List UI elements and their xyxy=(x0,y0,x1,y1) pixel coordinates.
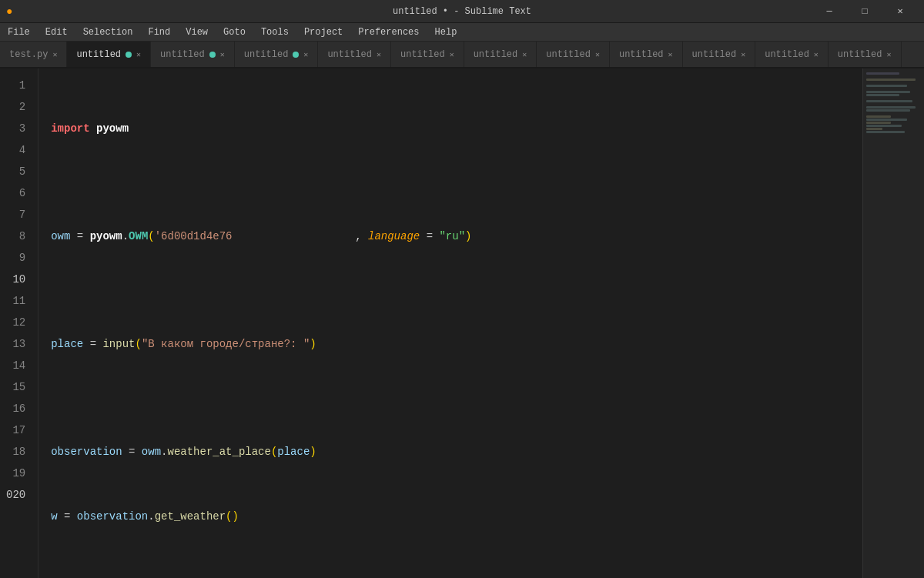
minimap-line xyxy=(866,131,905,133)
line-num-3: 3 xyxy=(6,118,25,139)
line-num-15: 15 xyxy=(6,376,25,398)
minimap-content xyxy=(863,68,924,137)
minimap xyxy=(862,68,924,578)
tab-close-icon[interactable]: ✕ xyxy=(136,50,141,59)
line-num-5: 5 xyxy=(6,161,25,182)
minimap-line xyxy=(866,119,907,121)
minimap-line xyxy=(866,122,891,124)
tab-close-icon[interactable]: ✕ xyxy=(741,50,745,59)
tab-untitled-4[interactable]: untitled ✕ xyxy=(318,42,391,68)
menubar: FileEditSelectionFindViewGotoToolsProjec… xyxy=(0,23,924,42)
line-num-19: 19 xyxy=(6,463,25,484)
line-num-10: 10 xyxy=(6,269,25,290)
minimap-line xyxy=(866,125,902,127)
tab-close-icon[interactable]: ✕ xyxy=(668,50,673,59)
tab-untitled-3[interactable]: untitled ✕ xyxy=(235,42,319,68)
line-num-20: 020 xyxy=(6,484,25,506)
minimap-line xyxy=(866,79,916,81)
line-num-6: 6 xyxy=(6,182,25,204)
line-num-4: 4 xyxy=(6,139,25,161)
tab-untitled-5[interactable]: untitled ✕ xyxy=(391,42,464,68)
line-num-14: 14 xyxy=(6,355,25,376)
code-line-1: import pyowm xyxy=(51,118,862,139)
code-line-5: place = input("В каком городе/стране?: "… xyxy=(51,333,862,355)
titlebar: ● untitled • - Sublime Text — □ ✕ xyxy=(0,0,924,23)
tab-untitled-1[interactable]: untitled ✕ xyxy=(67,42,151,68)
line-num-17: 17 xyxy=(6,419,25,441)
tab-close-icon[interactable]: ✕ xyxy=(886,50,891,59)
line-num-2: 2 xyxy=(6,96,25,118)
code-line-3: owm = pyowm.OWM('6d00d1d4e76 , language … xyxy=(51,226,862,247)
titlebar-title: untitled • - Sublime Text xyxy=(393,6,531,17)
minimap-line xyxy=(866,106,916,109)
minimap-line xyxy=(866,94,899,96)
minimap-line xyxy=(866,115,891,118)
line-num-8: 8 xyxy=(6,226,25,247)
tab-close-icon[interactable]: ✕ xyxy=(52,50,57,59)
line-num-18: 18 xyxy=(6,441,25,463)
tab-close-icon[interactable]: ✕ xyxy=(595,50,600,59)
line-num-11: 11 xyxy=(6,290,25,312)
close-button[interactable]: ✕ xyxy=(882,0,918,23)
menu-item-view[interactable]: View xyxy=(178,23,216,41)
menu-item-help[interactable]: Help xyxy=(427,23,465,41)
minimap-line xyxy=(866,109,910,112)
tab-untitled-8[interactable]: untitled ✕ xyxy=(610,42,683,68)
tab-untitled-9[interactable]: untitled ✕ xyxy=(683,42,756,68)
minimize-button[interactable]: — xyxy=(812,0,847,23)
tab-close-icon[interactable]: ✕ xyxy=(303,50,308,59)
minimap-line xyxy=(866,91,910,93)
menu-item-edit[interactable]: Edit xyxy=(38,23,75,41)
line-num-12: 12 xyxy=(6,312,25,333)
editor: 1 2 3 4 5 6 7 8 9 10 11 12 13 14 15 16 1… xyxy=(0,68,924,578)
titlebar-controls: — □ ✕ xyxy=(812,0,918,23)
code-line-8: w = observation.get_weather() xyxy=(51,506,862,527)
code-line-7: observation = owm.weather_at_place(place… xyxy=(51,441,862,463)
menu-item-preferences[interactable]: Preferences xyxy=(350,23,427,41)
minimap-line xyxy=(866,100,912,102)
tabbar: test.py ✕ untitled ✕ untitled ✕ untitled… xyxy=(0,42,924,68)
minimap-line xyxy=(866,85,907,87)
line-num-7: 7 xyxy=(6,204,25,226)
code-area[interactable]: import pyowm owm = pyowm.OWM('6d00d1d4e7… xyxy=(38,68,862,578)
tab-untitled-7[interactable]: untitled ✕ xyxy=(537,42,610,68)
minimap-line xyxy=(866,128,882,130)
tab-close-icon[interactable]: ✕ xyxy=(814,50,819,59)
line-numbers: 1 2 3 4 5 6 7 8 9 10 11 12 13 14 15 16 1… xyxy=(0,68,38,578)
menu-item-selection[interactable]: Selection xyxy=(75,23,141,41)
tab-close-icon[interactable]: ✕ xyxy=(522,50,527,59)
line-num-9: 9 xyxy=(6,247,25,269)
line-num-1: 1 xyxy=(6,75,25,96)
tab-untitled-2[interactable]: untitled ✕ xyxy=(151,42,235,68)
maximize-button[interactable]: □ xyxy=(847,0,882,23)
line-num-13: 13 xyxy=(6,333,25,355)
menu-item-goto[interactable]: Goto xyxy=(216,23,253,41)
tab-untitled-6[interactable]: untitled ✕ xyxy=(464,42,537,68)
menu-item-tools[interactable]: Tools xyxy=(253,23,296,41)
minimap-line xyxy=(866,72,899,75)
app-icon: ● xyxy=(6,5,12,18)
tab-test-py[interactable]: test.py ✕ xyxy=(0,42,67,68)
tab-close-icon[interactable]: ✕ xyxy=(220,50,225,59)
tab-untitled-10[interactable]: untitled ✕ xyxy=(755,42,829,68)
tab-close-icon[interactable]: ✕ xyxy=(377,50,381,59)
menu-item-project[interactable]: Project xyxy=(296,23,350,41)
line-num-16: 16 xyxy=(6,398,25,419)
tab-untitled-11[interactable]: untitled ✕ xyxy=(829,42,902,68)
menu-item-file[interactable]: File xyxy=(0,23,38,41)
tab-close-icon[interactable]: ✕ xyxy=(450,50,454,59)
menu-item-find[interactable]: Find xyxy=(140,23,178,41)
